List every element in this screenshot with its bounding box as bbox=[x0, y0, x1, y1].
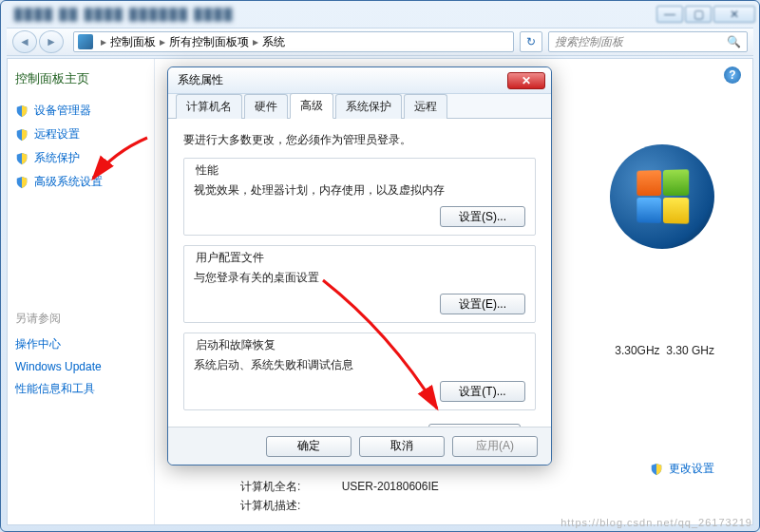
shield-icon bbox=[15, 176, 28, 189]
sidebar-item-system-protection[interactable]: 系统保护 bbox=[15, 146, 146, 170]
sidebar-item-device-manager[interactable]: 设备管理器 bbox=[15, 99, 146, 123]
flag-yellow bbox=[663, 198, 689, 224]
titlebar-blur: ████ ██ ████ ██████ ████ bbox=[5, 8, 655, 21]
performance-settings-button[interactable]: 设置(S)... bbox=[440, 206, 525, 227]
shield-icon bbox=[15, 128, 28, 142]
breadcrumb-all-items[interactable]: 所有控制面板项 bbox=[169, 34, 249, 50]
breadcrumb-system[interactable]: 系统 bbox=[262, 34, 285, 50]
see-also-label: 另请参阅 bbox=[15, 311, 146, 327]
sidebar-item-label: 高级系统设置 bbox=[34, 174, 103, 190]
computer-name-value: USER-20180606IE bbox=[342, 480, 439, 493]
group-user-profiles: 用户配置文件 与您登录有关的桌面设置 设置(E)... bbox=[183, 245, 536, 323]
group-performance-title: 性能 bbox=[194, 163, 220, 177]
profiles-settings-button[interactable]: 设置(E)... bbox=[440, 294, 525, 314]
breadcrumb-control-panel[interactable]: 控制面板 bbox=[110, 34, 156, 50]
flag-blue bbox=[636, 198, 661, 223]
nav-back-button[interactable]: ◄ bbox=[12, 30, 37, 53]
system-properties-dialog: 系统属性 ✕ 计算机名 硬件 高级 系统保护 远程 要进行大多数更改，您必须作为… bbox=[167, 66, 552, 466]
chevron-right-icon: ▸ bbox=[97, 35, 110, 48]
sidebar-link-windows-update[interactable]: Windows Update bbox=[15, 356, 146, 377]
flag-green bbox=[663, 169, 689, 196]
search-placeholder: 搜索控制面板 bbox=[555, 34, 623, 50]
sidebar-bottom-group: 另请参阅 操作中心 Windows Update 性能信息和工具 bbox=[15, 303, 146, 401]
window-titlebar: ████ ██ ████ ██████ ████ — ▢ ✕ bbox=[1, 1, 759, 28]
chevron-right-icon: ▸ bbox=[156, 35, 169, 48]
tab-system-protection[interactable]: 系统保护 bbox=[335, 94, 402, 119]
tab-computer-name[interactable]: 计算机名 bbox=[176, 94, 242, 119]
sidebar-item-label: 系统保护 bbox=[34, 150, 80, 166]
group-startup-recovery: 启动和故障恢复 系统启动、系统失败和调试信息 设置(T)... bbox=[183, 332, 536, 410]
search-input[interactable]: 搜索控制面板 🔍 bbox=[548, 31, 748, 52]
refresh-button[interactable]: ↻ bbox=[520, 31, 542, 52]
sidebar-item-label: 远程设置 bbox=[34, 126, 80, 142]
control-panel-icon bbox=[78, 34, 93, 49]
shield-icon bbox=[15, 152, 28, 165]
cancel-button[interactable]: 取消 bbox=[359, 436, 445, 457]
group-profiles-title: 用户配置文件 bbox=[194, 251, 266, 264]
computer-name-label: 计算机全名: bbox=[240, 480, 300, 493]
dialog-footer: 确定 取消 应用(A) bbox=[168, 427, 551, 465]
sidebar-item-label: 设备管理器 bbox=[34, 103, 91, 119]
startup-settings-button[interactable]: 设置(T)... bbox=[440, 381, 525, 402]
tab-hardware[interactable]: 硬件 bbox=[244, 94, 288, 119]
computer-info: 计算机全名: USER-20180606IE 计算机描述: bbox=[240, 477, 439, 515]
dialog-close-button[interactable]: ✕ bbox=[507, 72, 545, 89]
address-toolbar: ◄ ► ▸ 控制面板 ▸ 所有控制面板项 ▸ 系统 ↻ 搜索控制面板 🔍 bbox=[7, 28, 753, 56]
group-performance: 性能 视觉效果，处理器计划，内存使用，以及虚拟内存 设置(S)... bbox=[183, 158, 536, 236]
flag-red bbox=[636, 170, 661, 196]
watermark: https://blog.csdn.net/qq_26173219 bbox=[560, 517, 752, 528]
group-performance-desc: 视觉效果，处理器计划，内存使用，以及虚拟内存 bbox=[194, 182, 525, 199]
ok-button[interactable]: 确定 bbox=[266, 436, 352, 457]
minimize-button[interactable]: — bbox=[656, 6, 683, 23]
sidebar-link-performance-info[interactable]: 性能信息和工具 bbox=[15, 377, 146, 401]
group-startup-title: 启动和故障恢复 bbox=[194, 338, 277, 352]
dialog-title: 系统属性 bbox=[174, 72, 507, 88]
tabstrip: 计算机名 硬件 高级 系统保护 远程 bbox=[168, 94, 551, 119]
sidebar: 控制面板主页 设备管理器 远程设置 系统保护 高级系统设置 另请参阅 操作中心 … bbox=[8, 59, 155, 524]
tab-remote[interactable]: 远程 bbox=[404, 94, 447, 119]
group-profiles-desc: 与您登录有关的桌面设置 bbox=[194, 270, 525, 286]
chevron-right-icon: ▸ bbox=[249, 35, 262, 48]
change-settings-label: 更改设置 bbox=[669, 461, 714, 477]
search-icon: 🔍 bbox=[727, 35, 741, 48]
sidebar-home-link[interactable]: 控制面板主页 bbox=[15, 70, 146, 87]
admin-instruction: 要进行大多数更改，您必须作为管理员登录。 bbox=[183, 132, 536, 148]
apply-button[interactable]: 应用(A) bbox=[452, 436, 538, 457]
nav-forward-button[interactable]: ► bbox=[39, 30, 64, 53]
help-icon[interactable]: ? bbox=[724, 66, 741, 84]
dialog-titlebar[interactable]: 系统属性 ✕ bbox=[168, 67, 551, 94]
close-button[interactable]: ✕ bbox=[713, 6, 755, 23]
sidebar-item-advanced-settings[interactable]: 高级系统设置 bbox=[15, 170, 146, 194]
tab-advanced[interactable]: 高级 bbox=[290, 93, 333, 119]
breadcrumb[interactable]: ▸ 控制面板 ▸ 所有控制面板项 ▸ 系统 bbox=[73, 31, 514, 52]
sidebar-link-action-center[interactable]: 操作中心 bbox=[15, 332, 146, 356]
shield-icon bbox=[15, 104, 28, 118]
maximize-button[interactable]: ▢ bbox=[685, 6, 712, 23]
change-settings-link[interactable]: 更改设置 bbox=[650, 461, 714, 477]
windows-logo bbox=[610, 144, 714, 249]
dialog-body: 要进行大多数更改，您必须作为管理员登录。 性能 视觉效果，处理器计划，内存使用，… bbox=[168, 119, 551, 454]
computer-desc-label: 计算机描述: bbox=[240, 499, 300, 512]
shield-icon bbox=[650, 463, 663, 476]
window-controls: — ▢ ✕ bbox=[655, 6, 755, 23]
sidebar-item-remote-settings[interactable]: 远程设置 bbox=[15, 123, 146, 146]
group-startup-desc: 系统启动、系统失败和调试信息 bbox=[194, 357, 525, 373]
cpu-frequency: 3.30GHz 3.30 GHz bbox=[615, 344, 714, 357]
